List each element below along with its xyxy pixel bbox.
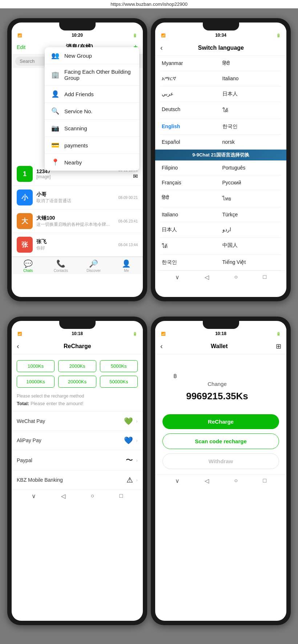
lang-deutsch[interactable]: Deutsch xyxy=(160,102,221,119)
lang-chinese[interactable]: 中国人 xyxy=(221,238,282,255)
chat-time-1: 08-09 00:21 xyxy=(118,196,138,200)
dropdown-service-no[interactable]: 🔍 Service No. xyxy=(45,103,139,120)
lang-arabic[interactable]: عربي xyxy=(160,86,221,102)
android-down-2[interactable]: ∨ xyxy=(175,274,180,281)
nav-me[interactable]: 👤 Me xyxy=(110,259,143,273)
alipay-icon: 💙 xyxy=(124,436,133,445)
withdraw-button[interactable]: Withdraw xyxy=(162,453,279,469)
scanning-icon: 📷 xyxy=(51,124,59,132)
lang-amharic[interactable]: አማርኛ xyxy=(160,71,221,86)
facing-icon: 🏢 xyxy=(51,71,59,79)
lang-espanol[interactable]: Español xyxy=(160,135,221,150)
chat-item-1[interactable]: 小 小哥 取消了语音普通话 08-09 00:21 xyxy=(12,186,143,209)
lang-english[interactable]: English xyxy=(160,119,221,135)
amount-10000[interactable]: 10000Ks xyxy=(17,376,55,388)
payments-icon: 💳 xyxy=(51,141,59,149)
nav-chats[interactable]: 💬 Chats xyxy=(12,259,44,273)
android-back-4[interactable]: ◁ xyxy=(205,477,209,484)
qr-icon[interactable]: ⊞ xyxy=(276,342,281,350)
lang-myanmar[interactable]: Myanmar xyxy=(160,56,221,71)
dropdown-new-group[interactable]: 👥 New Group xyxy=(45,47,139,64)
time-3: 10:18 xyxy=(72,331,83,336)
lang-thai[interactable]: ไทย xyxy=(221,190,282,207)
lang-russian[interactable]: Русский xyxy=(221,175,282,190)
chat-preview-1: 取消了语音普通话 xyxy=(36,198,115,204)
lang-tai[interactable]: ใต้ xyxy=(221,102,282,119)
chat-avatar-3: 张 xyxy=(17,237,33,253)
android-back-3[interactable]: ◁ xyxy=(61,493,65,500)
lang-japanese-r[interactable]: 日本人 xyxy=(221,86,282,102)
dropdown-add-friends[interactable]: 👤 Add Friends xyxy=(45,86,139,103)
lang-turkish[interactable]: Türkçe xyxy=(221,207,282,222)
lang-portugues[interactable]: Português xyxy=(221,160,282,175)
amount-50000[interactable]: 50000Ks xyxy=(100,376,138,388)
android-home-2[interactable]: ○ xyxy=(234,274,238,281)
android-recent-2[interactable]: □ xyxy=(263,274,267,281)
scanning-label: Scanning xyxy=(64,125,87,131)
wallet-change: Change xyxy=(208,381,227,387)
chat-item-2[interactable]: 大 大锤100 这一切换重启晚的各种提示本地令牌... 08-06 23:41 xyxy=(12,209,143,233)
chat-name-3: 张飞 xyxy=(36,239,115,245)
lang-urdu[interactable]: اردو xyxy=(221,222,282,238)
payment-alipay[interactable]: AliPay Pay 💙 › xyxy=(12,431,143,450)
payment-wechat[interactable]: WeChat Pay 💚 › xyxy=(12,411,143,431)
android-recent-4[interactable]: □ xyxy=(263,477,267,484)
payment-paypal[interactable]: Paypal 〜 › xyxy=(12,450,143,470)
android-home-3[interactable]: ○ xyxy=(91,493,94,500)
android-nav-4: ∨ ◁ ○ □ xyxy=(155,474,286,487)
lang-italiano-l[interactable]: Italiano xyxy=(160,207,221,222)
nav-contacts[interactable]: 📞 Contacts xyxy=(44,259,77,273)
android-down-3[interactable]: ∨ xyxy=(32,493,36,500)
wallet-header: ‹ Wallet ⊞ xyxy=(155,338,286,354)
scan-recharge-button[interactable]: Scan code recharge xyxy=(162,433,279,449)
dropdown-payments[interactable]: 💳 payments xyxy=(45,137,139,154)
android-down-4[interactable]: ∨ xyxy=(175,477,180,484)
lang-korean-r[interactable]: 한국인 xyxy=(221,119,282,135)
lang-filipino[interactable]: Filipino xyxy=(160,160,221,175)
amount-5000[interactable]: 5000Ks xyxy=(100,360,138,372)
signal-1: 📶 xyxy=(17,33,22,37)
amount-2000[interactable]: 2000Ks xyxy=(58,360,96,372)
promo-banner: 9-9Chat 21国语言选择切换 xyxy=(155,150,286,160)
lang-vietnamese[interactable]: Tiếng Việt xyxy=(221,255,282,270)
lang-korean-l[interactable]: 한국인 xyxy=(160,255,221,270)
wallet-back-button[interactable]: ‹ xyxy=(160,342,163,350)
notch-3 xyxy=(59,321,96,329)
lang-norsk[interactable]: norsk xyxy=(221,135,282,150)
chat-item-3[interactable]: 张 张飞 你好 08-04 13:44 xyxy=(12,233,143,257)
chats-icon: 💬 xyxy=(24,259,33,268)
dropdown-nearby[interactable]: 📍 Nearby xyxy=(45,154,139,171)
android-back-2[interactable]: ◁ xyxy=(205,274,209,281)
chat-info-3: 张飞 你好 xyxy=(36,239,115,251)
lang-back-button[interactable]: ‹ xyxy=(160,44,163,52)
chat-avatar-2: 大 xyxy=(17,213,33,229)
lang-japanese-l[interactable]: 日本人 xyxy=(160,222,221,238)
chat-time-2: 08-06 23:41 xyxy=(118,219,138,223)
chat-avatar-1: 小 xyxy=(17,189,33,205)
android-recent-3[interactable]: □ xyxy=(120,493,123,500)
notch-2 xyxy=(203,23,239,30)
lang-lao[interactable]: ใต้ xyxy=(160,238,221,255)
amount-1000[interactable]: 1000Ks xyxy=(17,360,55,372)
nav-me-label: Me xyxy=(124,269,129,273)
lang-hindi-l[interactable]: हिंदी xyxy=(160,190,221,207)
recharge-button[interactable]: ReCharge xyxy=(162,414,279,429)
dropdown-facing[interactable]: 🏢 Facing Each Other Building Group xyxy=(45,64,139,86)
lang-francais[interactable]: Français xyxy=(160,175,221,190)
dropdown-scanning[interactable]: 📷 Scanning xyxy=(45,120,139,137)
payment-kbz[interactable]: KBZ Mobile Banking ⚠ › xyxy=(12,470,143,489)
chat-info-1: 小哥 取消了语音普通话 xyxy=(36,191,115,204)
paypal-icon: 〜 xyxy=(126,455,133,465)
promo-text: 9-9Chat 21国语言选择切换 xyxy=(192,152,249,158)
android-home-4[interactable]: ○ xyxy=(234,477,238,484)
lang-italiano-r[interactable]: Italiano xyxy=(221,71,282,86)
amount-20000[interactable]: 20000Ks xyxy=(58,376,96,388)
lang-hindi-r[interactable]: हिंदी xyxy=(221,56,282,71)
recharge-back-button[interactable]: ‹ xyxy=(17,342,19,350)
nav-contacts-label: Contacts xyxy=(54,269,68,273)
nav-discover[interactable]: 🔎 Discover xyxy=(77,259,110,273)
chat-time-3: 08-04 13:44 xyxy=(118,243,138,247)
edit-button[interactable]: Edit xyxy=(17,44,25,50)
time-2: 10:34 xyxy=(215,33,226,38)
time-4: 10:18 xyxy=(215,331,226,336)
